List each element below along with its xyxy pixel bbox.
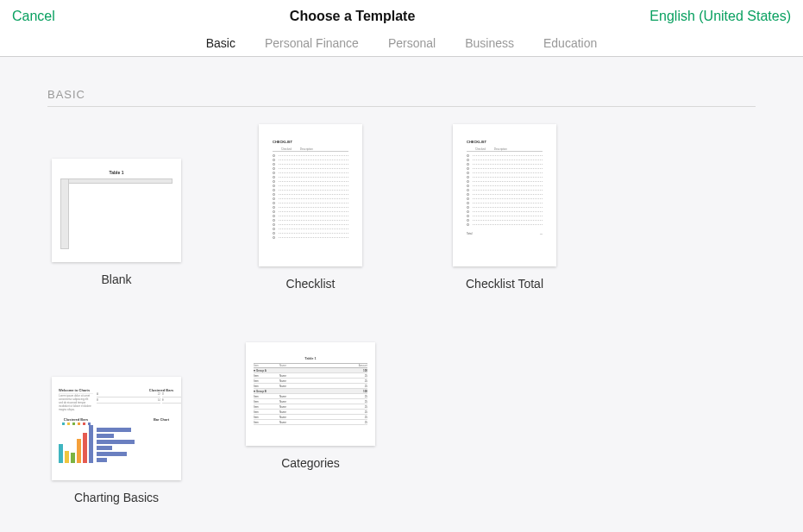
checklist-total-col-description: Description bbox=[494, 147, 507, 151]
tab-basic[interactable]: Basic bbox=[206, 36, 235, 50]
template-blank-label: Blank bbox=[101, 272, 131, 286]
template-checklist[interactable]: CHECKLIST Checked Description bbox=[242, 124, 380, 291]
checklist-col-checked: Checked bbox=[281, 147, 292, 151]
template-categories-label: Categories bbox=[281, 456, 340, 470]
charting-table-title: Clustered Bars bbox=[97, 388, 181, 392]
language-button[interactable]: English (United States) bbox=[649, 9, 791, 24]
checklist-col-description: Description bbox=[300, 147, 313, 151]
checklist-total-col-checked: Checked bbox=[475, 147, 486, 151]
categories-col-name: Name bbox=[279, 364, 350, 367]
tab-personal-finance[interactable]: Personal Finance bbox=[265, 36, 359, 50]
categories-col-item: Item bbox=[254, 364, 279, 367]
checklist-total-footer-label: Total bbox=[467, 232, 472, 235]
section-header-basic: BASIC bbox=[47, 88, 756, 107]
category-tabs: Basic Personal Finance Personal Business… bbox=[0, 33, 803, 57]
template-checklist-thumb: CHECKLIST Checked Description bbox=[259, 124, 362, 266]
categories-col-amount: Amount bbox=[350, 364, 367, 367]
mini-hbar-chart bbox=[97, 422, 181, 462]
charting-text-title: Welcome to Charts bbox=[59, 388, 93, 392]
mini-bar-chart bbox=[59, 427, 93, 463]
page-title: Choose a Template bbox=[290, 9, 416, 24]
tab-education[interactable]: Education bbox=[543, 36, 597, 50]
template-charting-basics[interactable]: Welcome to Charts Lorem ipsum dolor sit … bbox=[47, 377, 185, 504]
basic-grid: Table 1 Blank CHECKLIST Checked Descript… bbox=[47, 124, 756, 504]
template-charting-basics-thumb: Welcome to Charts Lorem ipsum dolor sit … bbox=[52, 377, 181, 480]
template-checklist-total[interactable]: CHECKLIST Checked Description bbox=[436, 124, 574, 291]
header-bar: Cancel Choose a Template English (United… bbox=[0, 0, 803, 33]
checklist-total-thumb-title: CHECKLIST bbox=[467, 140, 543, 144]
blank-sheet-title: Table 1 bbox=[60, 170, 173, 175]
template-blank-thumb: Table 1 bbox=[52, 159, 181, 262]
template-checklist-label: Checklist bbox=[286, 277, 336, 291]
template-charting-basics-label: Charting Basics bbox=[74, 491, 159, 504]
tab-personal[interactable]: Personal bbox=[388, 36, 436, 50]
template-categories[interactable]: Table 1 Item Name Amount ▾Group A100 Ite… bbox=[242, 342, 380, 504]
tab-business[interactable]: Business bbox=[465, 36, 514, 50]
cancel-button[interactable]: Cancel bbox=[12, 9, 55, 24]
charting-bars-title: Clustered Bars bbox=[59, 417, 93, 422]
template-checklist-total-thumb: CHECKLIST Checked Description bbox=[453, 124, 556, 266]
categories-thumb-title: Table 1 bbox=[254, 356, 367, 360]
template-categories-thumb: Table 1 Item Name Amount ▾Group A100 Ite… bbox=[246, 342, 375, 446]
template-gallery[interactable]: BASIC Table 1 Blank CHECKLIST Checked bbox=[0, 57, 803, 532]
template-blank[interactable]: Table 1 Blank bbox=[47, 159, 185, 291]
checklist-thumb-title: CHECKLIST bbox=[273, 140, 348, 144]
template-checklist-total-label: Checklist Total bbox=[466, 277, 543, 291]
